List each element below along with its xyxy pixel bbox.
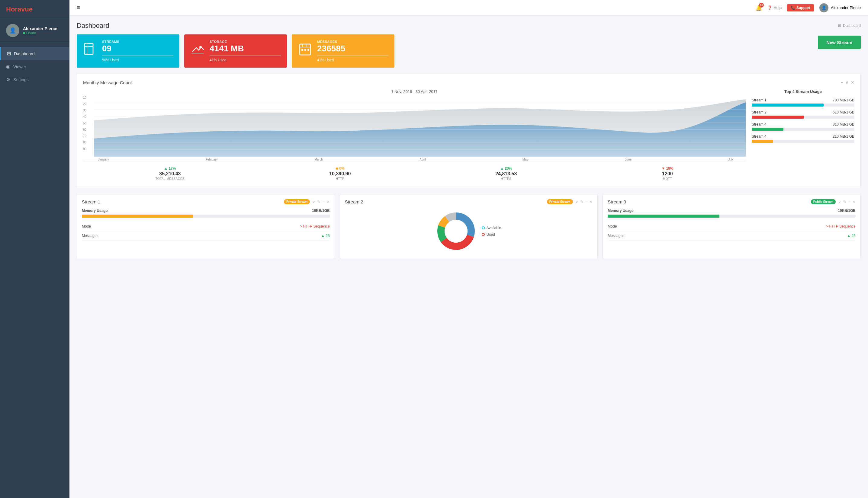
memory-label-3: Memory Usage (608, 209, 633, 213)
topbar-right: 🔔 10 ❓ Help 📞 Support 👤 Alexander Pierce (755, 3, 861, 12)
content-area: Dashboard ⊞ Dashboard STREAMS 09 90% Use… (69, 16, 868, 498)
chevron-down-icon[interactable]: ∨ (575, 199, 578, 204)
https-stat: ▲ 20% 24,813.53 HTTPS (495, 166, 517, 181)
storage-info: STORAGE 4141 MB 41% Used (209, 40, 281, 62)
minimize-icon[interactable]: − (322, 199, 325, 204)
sidebar-item-label: Settings (13, 77, 29, 82)
total-messages-stat: ▲ 17% 35,210.43 TOTAL MESSAGES (155, 166, 184, 181)
panel-controls: − ∨ ✕ (841, 80, 854, 85)
https-value: 24,813.53 (495, 171, 517, 176)
http-change: ◆ 0% (329, 166, 350, 171)
minimize-icon[interactable]: − (585, 199, 588, 204)
support-button[interactable]: 📞 Support (787, 4, 814, 12)
stream-usage-2: Stream 2 510 MB/1 GB (752, 110, 854, 119)
streams-value: 09 (102, 43, 173, 54)
sidebar-user: 👤 Alexander Pierce Online (0, 19, 69, 42)
help-button[interactable]: ❓ Help (767, 5, 782, 10)
stream4-bar (752, 140, 773, 143)
stream1-controls: ∨ ✎ − ✕ (312, 199, 330, 204)
user-info: Alexander Pierce Online (23, 26, 58, 35)
mqtt-change: ▼ 18% (661, 166, 673, 171)
new-stream-button[interactable]: New Stream (818, 36, 861, 49)
sidebar-item-viewer[interactable]: ◉ Viewer (0, 60, 69, 73)
chart-container: 1 Nov, 2016 - 30 Apr, 2017 90 80 70 60 5… (83, 89, 854, 182)
close-icon[interactable]: ✕ (589, 199, 592, 204)
stream3-badge: Public Stream (811, 199, 836, 204)
edit-icon[interactable]: ✎ (580, 199, 584, 204)
memory-label-1: Memory Usage (82, 209, 107, 213)
messages-icon (298, 42, 312, 60)
topbar-user[interactable]: 👤 Alexander Pierce (819, 3, 861, 12)
sidebar-item-settings[interactable]: ⚙ Settings (0, 73, 69, 86)
svg-rect-3 (302, 49, 303, 51)
memory-value-3: 10KB/1GB (838, 209, 856, 213)
storage-label: STORAGE (209, 40, 281, 43)
stream3-controls: ∨ ✎ − ✕ (838, 199, 856, 204)
panel-title: Monthly Message Count (83, 80, 132, 85)
minimize-icon[interactable]: − (841, 80, 843, 85)
streams-label: STREAMS (102, 40, 173, 43)
total-messages-change: ▲ 17% (155, 166, 184, 171)
stream-usage-title: Top 4 Stream Usage (752, 89, 854, 94)
svg-rect-5 (307, 49, 309, 51)
memory-bar-1 (82, 214, 193, 218)
stream-usage-4: Stream 4 210 MB/1 GB (752, 134, 854, 143)
sidebar: Horavue 👤 Alexander Pierce Online ⊞ Dash… (0, 0, 69, 498)
stream4-name: Stream 4 (752, 134, 767, 139)
topbar-username: Alexander Pierce (831, 5, 861, 10)
notification-badge: 10 (759, 3, 764, 8)
close-icon[interactable]: ✕ (852, 199, 856, 204)
stream-usage-1: Stream 1 700 MB/1 GB (752, 98, 854, 106)
dashboard-icon: ⊞ (7, 51, 11, 56)
stream1-name: Stream 1 (752, 98, 767, 102)
status-dot (23, 32, 25, 34)
svg-rect-4 (304, 49, 306, 51)
stream-card-1: Stream 1 Private Stream ∨ ✎ − ✕ Memory U… (77, 194, 335, 259)
edit-icon[interactable]: ✎ (317, 199, 320, 204)
stream1-usage: 700 MB/1 GB (833, 98, 854, 102)
logo: Horavue (0, 0, 69, 19)
edit-icon[interactable]: ✎ (843, 199, 846, 204)
stream3-mode: Mode > HTTP Sequence (608, 222, 856, 231)
svg-point-1 (199, 46, 202, 48)
topbar-avatar: 👤 (819, 3, 828, 12)
messages-info: MESSAGES 236585 41% Used (317, 40, 388, 62)
stream1-title: Stream 1 (82, 199, 281, 204)
chevron-down-icon[interactable]: ∨ (838, 199, 841, 204)
hamburger-icon[interactable]: ≡ (77, 4, 80, 11)
total-messages-value: 35,210.43 (155, 171, 184, 176)
stream2-usage: 510 MB/1 GB (833, 110, 854, 114)
sidebar-item-dashboard[interactable]: ⊞ Dashboard (0, 47, 69, 60)
notification-bell[interactable]: 🔔 10 (755, 4, 762, 11)
stats-summary: ▲ 17% 35,210.43 TOTAL MESSAGES ◆ 0% 10,3… (83, 161, 746, 182)
http-value: 10,390.90 (329, 171, 350, 176)
streams-card: STREAMS 09 90% Used (77, 35, 179, 68)
stream1-badge: Private Stream (284, 199, 310, 204)
stream-card-3: Stream 3 Public Stream ∨ ✎ − ✕ Memory Us… (602, 194, 861, 259)
stream4-usage: 210 MB/1 GB (833, 134, 854, 139)
breadcrumb-icon: ⊞ (838, 24, 841, 28)
topbar: ≡ 🔔 10 ❓ Help 📞 Support 👤 Alexander Pier… (69, 0, 868, 16)
close-icon[interactable]: ✕ (851, 80, 854, 85)
chart-y-labels: 90 80 70 60 50 40 30 20 10 (83, 96, 86, 150)
storage-card: STORAGE 4141 MB 41% Used (184, 35, 287, 68)
chevron-down-icon[interactable]: ∨ (312, 199, 315, 204)
close-icon[interactable]: ✕ (327, 199, 330, 204)
phone-icon: 📞 (791, 6, 795, 10)
mqtt-label: MQTT (661, 177, 673, 181)
storage-value: 4141 MB (209, 43, 281, 54)
minimize-icon[interactable]: − (848, 199, 851, 204)
mqtt-value: 1200 (661, 171, 673, 176)
stream1-bar (752, 104, 824, 106)
stream2-bar (752, 116, 804, 119)
available-dot (482, 226, 485, 230)
messages-divider (317, 55, 388, 56)
chart-svg-wrap: 90 80 70 60 50 40 30 20 10 (83, 96, 746, 157)
streams-divider (102, 55, 173, 56)
legend-available: Available (482, 226, 501, 230)
expand-icon[interactable]: ∨ (845, 80, 848, 85)
streams-info: STREAMS 09 90% Used (102, 40, 173, 62)
storage-icon (190, 42, 205, 60)
question-icon: ❓ (767, 5, 772, 10)
stream1-messages: Messages ▲ 25 (82, 231, 330, 240)
